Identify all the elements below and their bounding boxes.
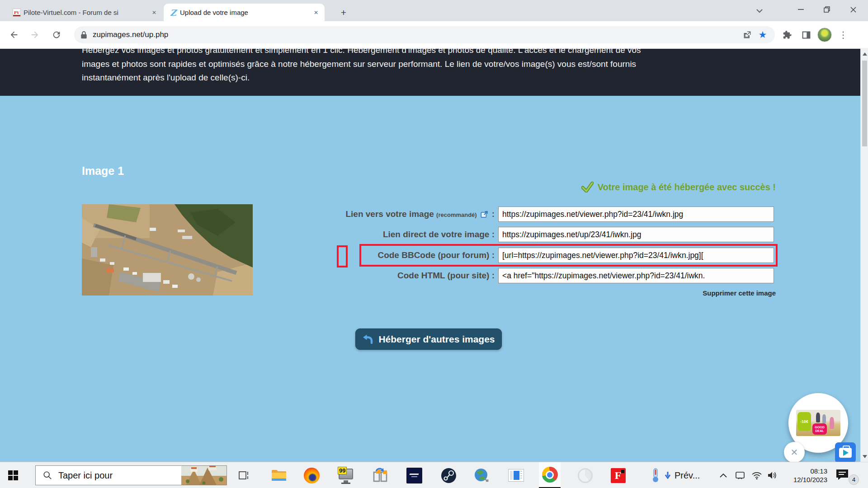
form-row-direct-link: Lien direct de votre image : [277, 226, 774, 243]
notification-icon [835, 469, 849, 480]
tab-title: Upload de votre image [180, 9, 309, 16]
forward-icon[interactable] [26, 26, 43, 43]
banner-line-2: images et photos sont rapides et optimis… [82, 57, 778, 71]
scroll-down-arrow[interactable] [863, 455, 867, 458]
undo-arrow-icon [362, 333, 374, 345]
tray-volume-icon[interactable] [764, 462, 780, 488]
file-explorer-icon[interactable] [268, 462, 290, 488]
success-text: Votre image à été hébergée avec succès ! [598, 182, 776, 192]
tab-search-chevron-icon[interactable] [751, 5, 768, 16]
tab-pilote-virtuel[interactable]: PV Pilote-Virtuel.com - Forum de si ✕ [7, 4, 163, 21]
faded-app-icon[interactable] [574, 462, 596, 488]
taskbar: Taper ici pour [0, 462, 868, 488]
window-restore-button[interactable] [814, 0, 840, 19]
tab-upload-image[interactable]: Z Upload de votre image ✕ [164, 4, 325, 21]
toolbar-right-icons: ⋮ [779, 26, 851, 43]
banner-line-1: Hébergez vos images et photos gratuiteme… [82, 49, 778, 57]
scroll-up-arrow[interactable] [863, 52, 867, 56]
ad-figure [822, 414, 826, 423]
upload-more-button[interactable]: Héberger d'autres images [355, 328, 502, 350]
bbcode-label: Code BBCode (pour forum) : [377, 250, 495, 260]
tray-wifi-icon[interactable] [749, 462, 765, 488]
window-panel-app-icon[interactable] [505, 462, 527, 488]
success-message: Votre image à été hébergée avec succès ! [581, 182, 776, 192]
html-code-label: Code HTML (pour site) : [397, 271, 495, 281]
lock-icon [80, 31, 87, 39]
weather-label: Prév... [675, 470, 700, 481]
url-text: zupimages.net/up.php [93, 30, 740, 39]
direct-link-label: Lien direct de votre image : [383, 230, 495, 239]
tray-chevron-up-icon[interactable] [715, 462, 731, 488]
bookmark-star-icon[interactable]: ★ [755, 27, 770, 42]
scrollbar-thumb[interactable] [862, 61, 867, 146]
new-tab-button[interactable]: + [337, 6, 350, 19]
sync-folders-app-icon[interactable] [369, 462, 391, 488]
monitor-99-app-icon[interactable]: 99 [335, 462, 357, 488]
back-icon[interactable] [5, 26, 23, 43]
badge-99: 99 [338, 467, 347, 474]
notification-count-badge: 4 [849, 474, 859, 485]
browser-menu-icon[interactable]: ⋮ [835, 27, 851, 42]
extensions-icon[interactable] [779, 27, 795, 42]
image-heading: Image 1 [82, 164, 124, 178]
tab-title: Pilote-Virtuel.com - Forum de si [24, 9, 147, 16]
ad-figure [816, 413, 820, 422]
label-colon: : [492, 209, 495, 219]
notification-center-button[interactable]: 4 [834, 462, 861, 488]
viewer-link-label: Lien vers votre image (recommandé) [345, 209, 476, 219]
search-highlight-image[interactable] [181, 466, 226, 485]
address-bar[interactable]: zupimages.net/up.php ★ [74, 26, 775, 43]
profile-avatar[interactable] [817, 28, 832, 42]
bbcode-input[interactable] [498, 248, 774, 263]
form-row-viewer-link: Lien vers votre image (recommandé) : [277, 206, 774, 222]
ad-deal-badge: GOODDEAL [812, 423, 827, 435]
weather-widget[interactable]: Prév... [651, 462, 700, 488]
f-logo-letter: F [615, 469, 622, 482]
tray-cast-icon[interactable] [732, 462, 748, 488]
chrome-icon-active[interactable] [539, 462, 561, 488]
html-code-input[interactable] [498, 268, 774, 283]
form-row-html-code: Code HTML (pour site) : [277, 267, 774, 284]
search-icon [43, 471, 52, 480]
clock-date: 12/10/2023 [793, 475, 827, 484]
ad-image: -10€ GOODDEAL [796, 410, 840, 436]
share-icon[interactable] [740, 27, 755, 42]
form-row-bbcode: Code BBCode (pour forum) : [277, 247, 774, 263]
tab-close-icon[interactable]: ✕ [150, 9, 158, 17]
taskbar-search-box[interactable]: Taper ici pour [35, 465, 227, 485]
window-minimize-button[interactable] [788, 0, 814, 19]
internet-globe-icon[interactable] [471, 462, 492, 488]
check-icon [581, 182, 594, 192]
side-panel-icon[interactable] [798, 27, 814, 42]
delete-image-link[interactable]: Supprimer cette image [703, 289, 776, 297]
firefox-icon[interactable] [301, 462, 322, 488]
down-arrow-icon [665, 472, 671, 479]
ad-discount-badge: -10€ [797, 412, 811, 431]
clock-time: 08:13 [810, 467, 827, 475]
ad-provider-icon[interactable] [835, 442, 856, 463]
search-placeholder: Taper ici pour [58, 470, 181, 481]
pilote-virtuel-favicon: PV [13, 9, 21, 17]
uploaded-image-thumbnail[interactable] [82, 204, 253, 296]
f-logo-app-icon[interactable]: F [607, 462, 629, 488]
windows-logo-icon [8, 470, 18, 480]
viewer-link-input[interactable] [498, 206, 774, 222]
external-link-icon[interactable] [481, 211, 488, 218]
tab-close-icon[interactable]: ✕ [312, 9, 320, 17]
scrollbar[interactable] [860, 49, 868, 462]
steam-icon[interactable] [438, 462, 459, 488]
tab-strip: PV Pilote-Virtuel.com - Forum de si ✕ Z … [0, 0, 868, 21]
banner-line-3: instantanément après l'upload de celle(s… [82, 71, 778, 85]
screen: PV Pilote-Virtuel.com - Forum de si ✕ Z … [0, 0, 868, 488]
task-view-button[interactable] [233, 462, 255, 488]
zupimages-favicon: Z [169, 9, 177, 17]
flight-simulator-icon[interactable] [403, 462, 425, 488]
ad-close-button[interactable]: ✕ [784, 442, 805, 463]
taskbar-clock[interactable]: 08:13 12/10/2023 [782, 462, 828, 488]
reload-icon[interactable] [48, 26, 65, 43]
recommended-hint: (recommandé) [436, 211, 477, 218]
window-close-button[interactable] [840, 0, 866, 19]
start-button[interactable] [2, 462, 24, 488]
direct-link-input[interactable] [498, 227, 774, 242]
ad-figure [830, 417, 834, 429]
